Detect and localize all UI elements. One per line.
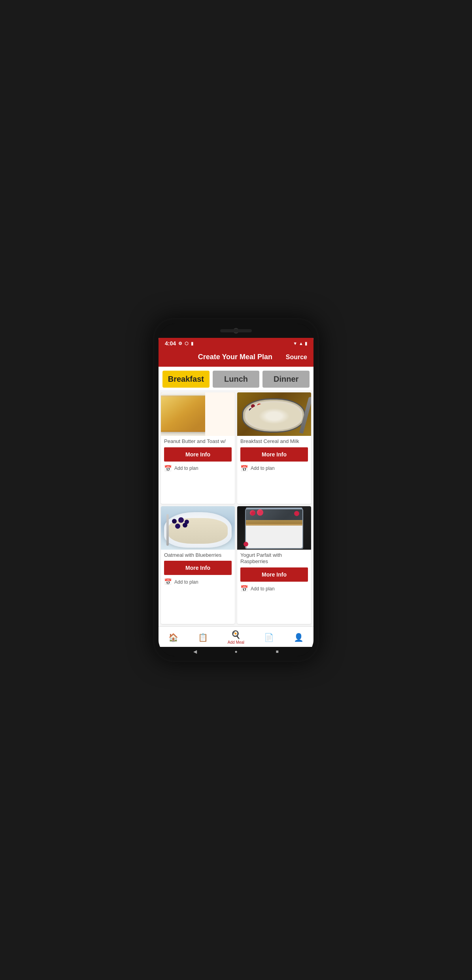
gear-icon: ⚙ (178, 341, 182, 346)
calendar-icon-2: 📅 (240, 465, 248, 472)
meal-image-1 (161, 392, 235, 436)
nav-plan[interactable]: 📄 (264, 633, 274, 642)
phone-top-bar (159, 324, 313, 338)
sim-icon: ▮ (191, 341, 193, 346)
more-info-button-4[interactable]: More Info (240, 567, 308, 582)
status-right: ▼ ▲ ▮ (293, 341, 307, 346)
nav-add-meal[interactable]: 🍳 Add Meal (228, 630, 244, 645)
meal-card-1: Peanut Butter and Toast w/ More Info 📅 A… (161, 392, 235, 504)
home-icon: 🏠 (168, 633, 178, 642)
header: Create Your Meal Plan Source (159, 349, 313, 367)
meal-card-3: Oatmeal with Blueberries More Info 📅 Add… (161, 506, 235, 624)
calendar-icon-4: 📅 (240, 585, 248, 592)
plan-icon: 📄 (264, 633, 274, 642)
add-to-plan-1[interactable]: 📅 Add to plan (164, 464, 232, 474)
more-info-button-1[interactable]: More Info (164, 447, 232, 462)
meal-info-1: Peanut Butter and Toast w/ More Info 📅 A… (161, 436, 235, 475)
status-time: 4:04 (165, 340, 176, 347)
tab-breakfast[interactable]: Breakfast (162, 371, 210, 388)
meal-info-2: Breakfast Cereal and Milk More Info 📅 Ad… (237, 436, 311, 475)
meal-card-2: Breakfast Cereal and Milk More Info 📅 Ad… (237, 392, 311, 504)
nav-home[interactable]: 🏠 (168, 633, 178, 642)
tab-lunch[interactable]: Lunch (213, 371, 260, 388)
meal-info-4: Yogurt Parfait with Raspberries More Inf… (237, 550, 311, 596)
phone-screen: 4:04 ⚙ ⬡ ▮ ▼ ▲ ▮ Create Your Meal Plan S… (159, 324, 313, 656)
meal-image-2 (237, 392, 311, 436)
meal-image-4 (237, 506, 311, 550)
meal-name-2: Breakfast Cereal and Milk (240, 438, 308, 445)
signal-icon: ▲ (299, 341, 303, 346)
screen-content: 4:04 ⚙ ⬡ ▮ ▼ ▲ ▮ Create Your Meal Plan S… (159, 338, 313, 647)
android-home[interactable]: ● (233, 649, 239, 654)
meal-card-4: Yogurt Parfait with Raspberries More Inf… (237, 506, 311, 624)
meal-name-4: Yogurt Parfait with Raspberries (240, 552, 308, 565)
nav-profile[interactable]: 👤 (294, 633, 304, 642)
shield-icon: ⬡ (185, 341, 189, 346)
profile-icon: 👤 (294, 633, 304, 642)
meal-name-1: Peanut Butter and Toast w/ (164, 438, 232, 445)
meal-image-3 (161, 506, 235, 550)
page-title: Create Your Meal Plan (185, 353, 286, 361)
wifi-icon: ▼ (293, 341, 297, 346)
more-info-button-3[interactable]: More Info (164, 561, 232, 575)
android-nav-bar: ◀ ● ■ (159, 647, 313, 656)
status-bar: 4:04 ⚙ ⬡ ▮ ▼ ▲ ▮ (159, 338, 313, 349)
android-back[interactable]: ◀ (192, 649, 198, 654)
meal-info-3: Oatmeal with Blueberries More Info 📅 Add… (161, 550, 235, 589)
nav-add-meal-label: Add Meal (228, 640, 244, 645)
source-button[interactable]: Source (286, 354, 307, 361)
tab-dinner[interactable]: Dinner (262, 371, 310, 388)
add-to-plan-2[interactable]: 📅 Add to plan (240, 464, 308, 474)
calendar-icon-3: 📅 (164, 578, 172, 586)
phone-device: 4:04 ⚙ ⬡ ▮ ▼ ▲ ▮ Create Your Meal Plan S… (153, 318, 319, 662)
add-to-plan-4[interactable]: 📅 Add to plan (240, 584, 308, 594)
meal-type-tabs: Breakfast Lunch Dinner (159, 367, 313, 390)
list-icon: 📋 (198, 633, 208, 642)
more-info-button-2[interactable]: More Info (240, 447, 308, 462)
nav-list[interactable]: 📋 (198, 633, 208, 642)
meal-name-3: Oatmeal with Blueberries (164, 552, 232, 559)
speaker (220, 329, 252, 332)
calendar-icon-1: 📅 (164, 465, 172, 472)
bottom-navigation: 🏠 📋 🍳 Add Meal 📄 👤 (159, 626, 313, 647)
add-meal-icon: 🍳 (231, 630, 241, 639)
android-recent[interactable]: ■ (274, 649, 280, 654)
add-to-plan-3[interactable]: 📅 Add to plan (164, 577, 232, 587)
status-left: 4:04 ⚙ ⬡ ▮ (165, 340, 193, 347)
battery-icon: ▮ (305, 341, 307, 346)
meal-grid: Peanut Butter and Toast w/ More Info 📅 A… (159, 390, 313, 626)
